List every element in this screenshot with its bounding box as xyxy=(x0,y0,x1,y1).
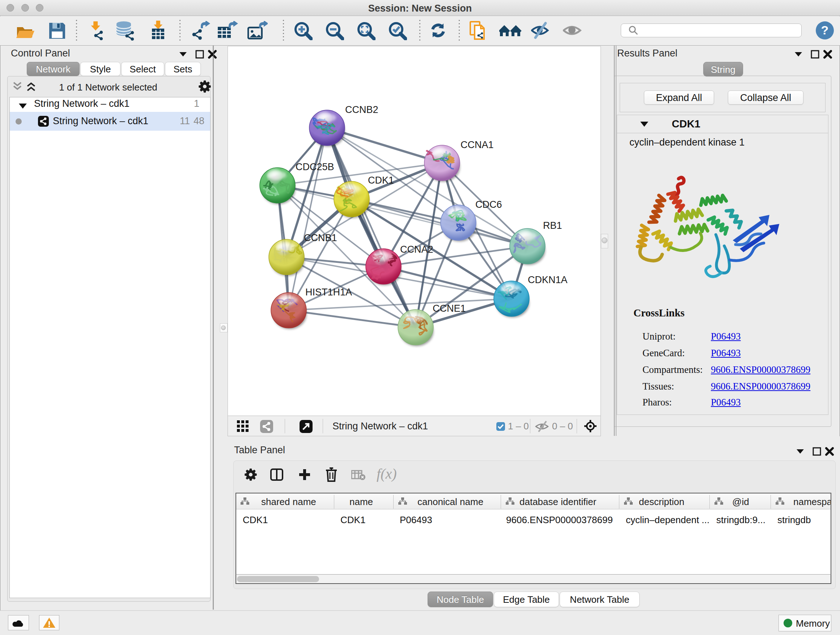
svg-text:CDK1: CDK1 xyxy=(368,175,394,186)
svg-text:CDC6: CDC6 xyxy=(475,199,502,210)
svg-text:HIST1H1A: HIST1H1A xyxy=(305,287,352,298)
svg-text:CCNA1: CCNA1 xyxy=(461,139,494,150)
svg-text:CDC25B: CDC25B xyxy=(295,162,334,172)
svg-text:?: ? xyxy=(821,23,829,37)
svg-text:CCNB1: CCNB1 xyxy=(304,233,337,243)
svg-text:CCNE1: CCNE1 xyxy=(433,303,466,314)
svg-text:RB1: RB1 xyxy=(543,220,562,231)
svg-text:CCNB2: CCNB2 xyxy=(345,104,378,115)
svg-text:CCNA2: CCNA2 xyxy=(400,244,433,255)
svg-text:CDKN1A: CDKN1A xyxy=(528,274,568,285)
